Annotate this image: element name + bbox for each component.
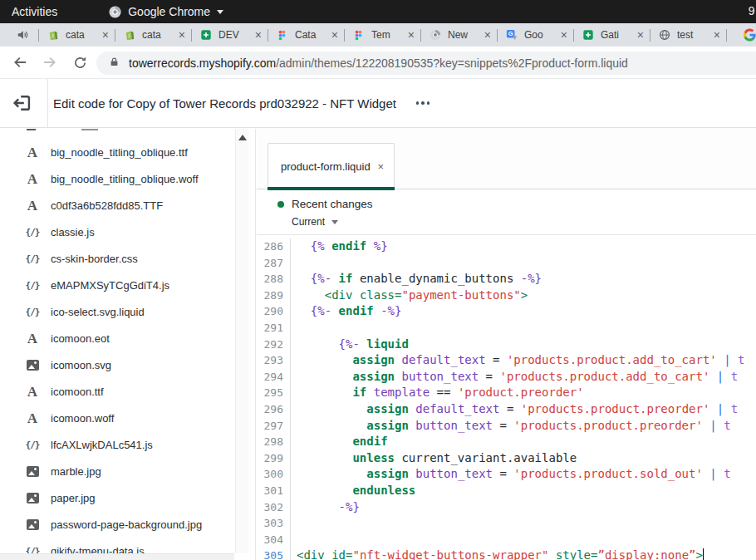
code-file-icon: {/} — [23, 227, 42, 238]
code-line[interactable]: 292 {%- liquid — [257, 336, 756, 353]
code-line[interactable]: 286 {% endif %} — [257, 238, 756, 255]
code-line[interactable]: 294 assign button_text = 'products.produ… — [257, 369, 756, 386]
tab-close-icon[interactable]: × — [714, 29, 720, 41]
font-file-icon: A — [23, 411, 42, 425]
file-name: cs-skin-border.css — [51, 253, 138, 265]
code-line[interactable]: 290 {%- endif -%} — [257, 303, 756, 320]
more-actions-button[interactable] — [413, 96, 434, 110]
code-line[interactable]: 293 assign default_text = 'products.prod… — [257, 352, 756, 369]
code-line[interactable]: 305<div id="nft-widget-buttons-wrapper" … — [257, 548, 756, 560]
tab-title: Tem — [371, 29, 402, 41]
line-number: 296 — [257, 401, 291, 418]
browser-tab-cata[interactable]: cata× — [39, 23, 115, 47]
file-item[interactable]: {/}lfcAXLwjkDALc541.js — [0, 431, 255, 458]
activities-button[interactable]: Activities — [12, 5, 57, 18]
code-line[interactable]: 288 {%- if enable_dynamic_buttons -%} — [257, 271, 756, 287]
code-line[interactable]: 297 assign button_text = 'products.produ… — [257, 418, 756, 435]
version-dropdown[interactable]: Current — [292, 216, 358, 228]
code-text: assign button_text = 'products.product.a… — [291, 369, 738, 386]
file-item[interactable]: paper.jpg — [0, 484, 255, 511]
browser-tab-cata[interactable]: Cata× — [268, 23, 344, 47]
browser-tab-test[interactable]: test× — [650, 23, 726, 47]
tab-close-icon[interactable]: × — [408, 29, 415, 41]
code-line[interactable]: 298 endif — [257, 434, 756, 450]
code-text: endunless — [291, 483, 415, 499]
recent-changes-label: Recent changes — [292, 198, 373, 210]
file-item[interactable]: {/}eMAPMXSyTCgGdiT4.js — [0, 272, 255, 298]
browser-tab-new[interactable]: New× — [421, 23, 497, 47]
file-item[interactable]: icomoon.svg — [0, 351, 255, 378]
browser-tab-dev[interactable]: DEV× — [192, 23, 268, 47]
tab-close-icon[interactable]: × — [255, 29, 262, 41]
code-line[interactable]: 302 -%} — [257, 499, 756, 516]
version-label: Current — [292, 216, 325, 228]
code-area[interactable]: 286 {% endif %}287288 {%- if enable_dyna… — [257, 237, 756, 560]
browser-toolbar: towerrecords.myshopify.com/admin/themes/… — [0, 47, 756, 79]
exit-code-editor-button[interactable] — [12, 92, 34, 114]
code-line[interactable]: 299 unless current_variant.available — [257, 450, 756, 467]
tab-title: New — [448, 29, 479, 41]
translate-icon: G — [506, 29, 518, 42]
line-number: 290 — [257, 303, 291, 320]
sidebar-scrollbar[interactable] — [235, 129, 248, 553]
url-domain: towerrecords.myshopify.com — [129, 56, 276, 70]
line-number: 297 — [257, 418, 291, 435]
editor-tab-product-form[interactable]: product-form.liquid × — [268, 143, 395, 189]
sheets-icon — [200, 29, 213, 42]
file-item[interactable]: marble.jpg — [0, 458, 255, 484]
browser-tab-gati[interactable]: Gati× — [574, 23, 650, 47]
browser-tab-goo[interactable]: GGoo× — [498, 23, 573, 47]
file-item[interactable]: {/}classie.js — [0, 219, 255, 245]
file-item[interactable]: Abig_noodle_titling_oblique.woff — [0, 165, 255, 192]
file-item[interactable]: Aicomoon.ttf — [0, 378, 255, 405]
tab-close-icon[interactable]: × — [179, 29, 185, 41]
browser-tab-tem[interactable]: Tem× — [345, 23, 420, 47]
clock[interactable]: 9 A — [749, 4, 756, 17]
code-line[interactable]: 300 assign button_text = 'products.produ… — [257, 466, 756, 483]
line-number: 295 — [257, 385, 291, 401]
scroll-up-arrow-icon[interactable] — [238, 135, 247, 140]
tab-close-icon[interactable]: × — [331, 29, 338, 41]
file-sidebar: Abig_noodle_titling_oblique.ttfAbig_nood… — [0, 129, 256, 560]
browser-tab-cata[interactable]: cata× — [115, 23, 191, 47]
code-line[interactable]: 291 — [257, 320, 756, 336]
recent-changes-panel: Recent changes Current — [257, 189, 756, 235]
browser-tab[interactable] — [0, 23, 38, 47]
browser-tab[interactable] — [727, 23, 756, 47]
file-item[interactable]: Aicomoon.eot — [0, 325, 255, 351]
code-line[interactable]: 295 if template == 'product.preorder' — [257, 385, 756, 401]
code-line[interactable]: 296 assign default_text = 'products.prod… — [257, 401, 756, 418]
app-menu[interactable]: Google Chrome — [109, 5, 223, 18]
file-item[interactable]: password-page-background.jpg — [0, 511, 255, 538]
code-line[interactable]: 301 endunless — [257, 483, 756, 499]
address-bar[interactable]: towerrecords.myshopify.com/admin/themes/… — [96, 52, 756, 75]
code-line[interactable]: 289 <div class="payment-buttons"> — [257, 287, 756, 304]
forward-button[interactable] — [40, 52, 60, 72]
tab-close-icon[interactable]: × — [637, 29, 644, 41]
code-line[interactable]: 303 — [257, 515, 756, 532]
code-line[interactable]: 304 — [257, 532, 756, 548]
tab-close-icon[interactable]: × — [561, 29, 567, 41]
file-item[interactable]: {/}ico-select.svg.liquid — [0, 298, 255, 325]
image-file-icon — [23, 360, 42, 371]
editor-tab-close-icon[interactable]: × — [377, 160, 384, 173]
file-item[interactable]: {/}cs-skin-border.css — [0, 245, 255, 272]
file-item[interactable]: Ac0df3a6b528fdd85.TTF — [0, 192, 255, 219]
editor-tab-label: product-form.liquid — [281, 160, 377, 173]
font-file-icon: A — [23, 199, 42, 213]
code-text: {%- liquid — [291, 336, 409, 353]
file-item[interactable]: Aicomoon.woff — [0, 405, 255, 431]
chevron-down-icon — [217, 10, 223, 14]
tab-close-icon[interactable]: × — [484, 29, 491, 41]
code-text — [291, 515, 297, 532]
lock-icon[interactable] — [109, 56, 120, 71]
file-item[interactable]: Abig_noodle_titling_oblique.ttf — [0, 139, 255, 165]
line-number: 303 — [257, 515, 291, 532]
tab-close-icon[interactable]: × — [102, 29, 109, 41]
reload-button[interactable] — [70, 52, 90, 72]
sidebar-horizontal-scrollbar[interactable] — [0, 553, 234, 560]
back-button[interactable] — [10, 52, 30, 72]
header-divider — [47, 79, 48, 127]
code-line[interactable]: 287 — [257, 255, 756, 272]
code-text — [291, 532, 297, 548]
